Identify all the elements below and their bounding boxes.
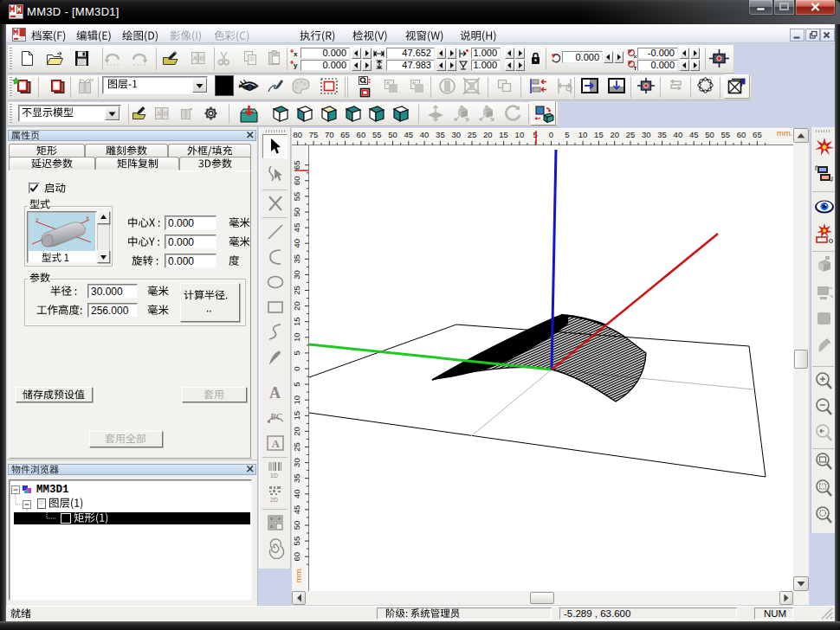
svg-text:10: 10 — [515, 130, 525, 139]
svg-text:20: 20 — [483, 130, 493, 139]
svg-text:75: 75 — [309, 130, 319, 139]
svg-text:15: 15 — [292, 411, 301, 421]
svg-text:15: 15 — [292, 317, 301, 326]
svg-text:x: x — [294, 50, 298, 58]
svg-text:45: 45 — [689, 130, 699, 139]
svg-text:20: 20 — [292, 301, 301, 311]
svg-text:35: 35 — [292, 254, 301, 264]
svg-text:2D: 2D — [270, 497, 278, 503]
svg-text:35: 35 — [292, 473, 301, 483]
svg-text:B: B — [200, 55, 204, 62]
svg-text:5: 5 — [565, 130, 569, 139]
svg-text:70: 70 — [325, 130, 334, 139]
svg-text:mm.: mm. — [294, 567, 303, 582]
svg-text:80: 80 — [293, 130, 302, 139]
svg-text:40: 40 — [292, 239, 301, 248]
svg-text:1D: 1D — [270, 472, 278, 479]
svg-text:10: 10 — [578, 130, 588, 139]
svg-text:65: 65 — [340, 130, 350, 139]
svg-text:45: 45 — [292, 223, 301, 233]
svg-text:A: A — [272, 437, 281, 450]
svg-text:65: 65 — [292, 160, 301, 170]
svg-text:55: 55 — [721, 130, 731, 139]
svg-text:mm.: mm. — [777, 128, 792, 138]
svg-text:BC: BC — [269, 412, 282, 421]
svg-text:10: 10 — [292, 395, 301, 405]
svg-text:40: 40 — [674, 130, 683, 139]
svg-text:25: 25 — [292, 286, 301, 295]
svg-text:55: 55 — [292, 537, 301, 546]
svg-text:55: 55 — [292, 192, 301, 202]
svg-text:50: 50 — [292, 208, 301, 217]
svg-text:50: 50 — [292, 521, 301, 530]
svg-text:5: 5 — [292, 350, 301, 355]
svg-text:25: 25 — [292, 442, 301, 452]
svg-text:A: A — [157, 110, 162, 118]
svg-text:40: 40 — [420, 130, 430, 139]
svg-text:20: 20 — [292, 427, 301, 436]
svg-text:0: 0 — [549, 130, 553, 139]
svg-text:25: 25 — [626, 130, 636, 139]
svg-text:45: 45 — [292, 505, 301, 515]
svg-text:B: B — [164, 110, 168, 118]
svg-text:X: X — [86, 215, 89, 221]
svg-text:60: 60 — [357, 130, 366, 139]
svg-text:0: 0 — [292, 366, 301, 370]
svg-text:50: 50 — [388, 130, 397, 139]
svg-text:30: 30 — [451, 130, 461, 139]
svg-text:60: 60 — [737, 130, 746, 139]
svg-text:Y: Y — [36, 217, 39, 222]
svg-text:15: 15 — [594, 130, 604, 139]
svg-text:A: A — [269, 384, 281, 402]
svg-text:15: 15 — [499, 130, 508, 139]
svg-text:30: 30 — [642, 130, 651, 139]
svg-text:60: 60 — [292, 552, 301, 562]
svg-text:30: 30 — [292, 270, 301, 280]
svg-text:A: A — [193, 55, 198, 62]
svg-text:35: 35 — [436, 130, 445, 139]
svg-text:25: 25 — [468, 130, 477, 139]
svg-text:65: 65 — [753, 130, 762, 139]
svg-text:30: 30 — [292, 458, 301, 467]
svg-text:35: 35 — [657, 130, 667, 139]
svg-text:20: 20 — [610, 130, 619, 139]
svg-text:y: y — [294, 61, 298, 69]
svg-text:50: 50 — [705, 130, 714, 139]
svg-text:10: 10 — [292, 333, 301, 343]
svg-text:45: 45 — [404, 130, 414, 139]
svg-text:5: 5 — [292, 382, 301, 386]
svg-text:55: 55 — [372, 130, 382, 139]
svg-text:60: 60 — [292, 177, 301, 186]
svg-text:40: 40 — [292, 490, 301, 499]
